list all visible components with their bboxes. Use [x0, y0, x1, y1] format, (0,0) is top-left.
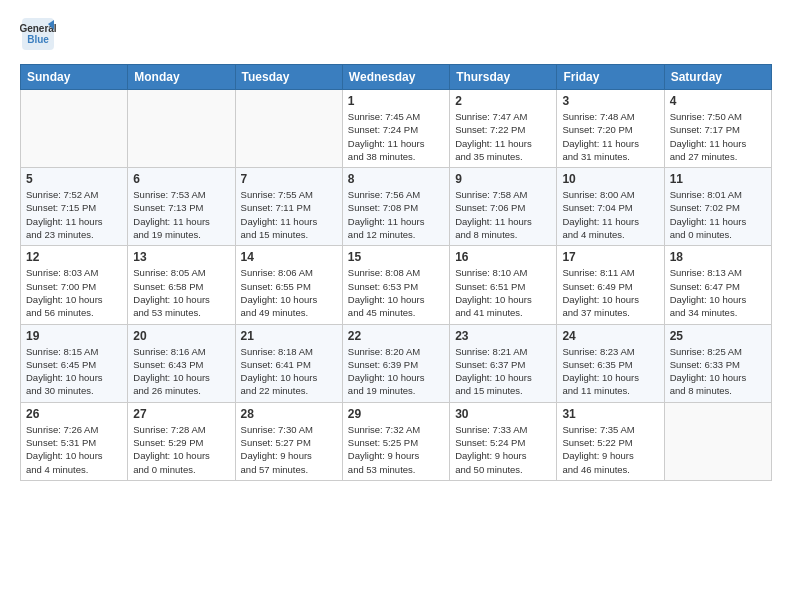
day-info: Sunrise: 8:20 AM Sunset: 6:39 PM Dayligh… — [348, 345, 444, 398]
day-info: Sunrise: 7:45 AM Sunset: 7:24 PM Dayligh… — [348, 110, 444, 163]
weekday-header-saturday: Saturday — [664, 65, 771, 90]
calendar-cell: 13Sunrise: 8:05 AM Sunset: 6:58 PM Dayli… — [128, 246, 235, 324]
day-number: 19 — [26, 329, 122, 343]
calendar-cell: 31Sunrise: 7:35 AM Sunset: 5:22 PM Dayli… — [557, 402, 664, 480]
day-info: Sunrise: 8:08 AM Sunset: 6:53 PM Dayligh… — [348, 266, 444, 319]
logo: General Blue — [20, 16, 56, 56]
day-info: Sunrise: 7:53 AM Sunset: 7:13 PM Dayligh… — [133, 188, 229, 241]
calendar-week-row: 26Sunrise: 7:26 AM Sunset: 5:31 PM Dayli… — [21, 402, 772, 480]
day-number: 20 — [133, 329, 229, 343]
day-info: Sunrise: 7:33 AM Sunset: 5:24 PM Dayligh… — [455, 423, 551, 476]
day-number: 12 — [26, 250, 122, 264]
day-number: 11 — [670, 172, 766, 186]
calendar-cell: 20Sunrise: 8:16 AM Sunset: 6:43 PM Dayli… — [128, 324, 235, 402]
day-info: Sunrise: 7:55 AM Sunset: 7:11 PM Dayligh… — [241, 188, 337, 241]
day-info: Sunrise: 7:35 AM Sunset: 5:22 PM Dayligh… — [562, 423, 658, 476]
day-number: 4 — [670, 94, 766, 108]
day-number: 21 — [241, 329, 337, 343]
calendar-cell: 27Sunrise: 7:28 AM Sunset: 5:29 PM Dayli… — [128, 402, 235, 480]
day-info: Sunrise: 8:11 AM Sunset: 6:49 PM Dayligh… — [562, 266, 658, 319]
calendar-cell: 28Sunrise: 7:30 AM Sunset: 5:27 PM Dayli… — [235, 402, 342, 480]
day-number: 27 — [133, 407, 229, 421]
day-info: Sunrise: 7:50 AM Sunset: 7:17 PM Dayligh… — [670, 110, 766, 163]
calendar-cell — [128, 90, 235, 168]
day-info: Sunrise: 7:28 AM Sunset: 5:29 PM Dayligh… — [133, 423, 229, 476]
day-info: Sunrise: 7:48 AM Sunset: 7:20 PM Dayligh… — [562, 110, 658, 163]
day-number: 3 — [562, 94, 658, 108]
calendar-week-row: 5Sunrise: 7:52 AM Sunset: 7:15 PM Daylig… — [21, 168, 772, 246]
header: General Blue — [20, 16, 772, 56]
day-number: 30 — [455, 407, 551, 421]
calendar-cell: 10Sunrise: 8:00 AM Sunset: 7:04 PM Dayli… — [557, 168, 664, 246]
day-info: Sunrise: 8:10 AM Sunset: 6:51 PM Dayligh… — [455, 266, 551, 319]
day-info: Sunrise: 8:23 AM Sunset: 6:35 PM Dayligh… — [562, 345, 658, 398]
calendar-cell — [664, 402, 771, 480]
calendar-cell: 26Sunrise: 7:26 AM Sunset: 5:31 PM Dayli… — [21, 402, 128, 480]
calendar-cell: 2Sunrise: 7:47 AM Sunset: 7:22 PM Daylig… — [450, 90, 557, 168]
calendar-cell — [21, 90, 128, 168]
day-number: 7 — [241, 172, 337, 186]
calendar-cell: 11Sunrise: 8:01 AM Sunset: 7:02 PM Dayli… — [664, 168, 771, 246]
day-info: Sunrise: 8:03 AM Sunset: 7:00 PM Dayligh… — [26, 266, 122, 319]
day-number: 5 — [26, 172, 122, 186]
day-number: 6 — [133, 172, 229, 186]
day-number: 1 — [348, 94, 444, 108]
page-container: General Blue SundayMondayTuesdayWednesda… — [0, 0, 792, 491]
calendar-cell: 25Sunrise: 8:25 AM Sunset: 6:33 PM Dayli… — [664, 324, 771, 402]
calendar-cell: 12Sunrise: 8:03 AM Sunset: 7:00 PM Dayli… — [21, 246, 128, 324]
calendar-cell: 8Sunrise: 7:56 AM Sunset: 7:08 PM Daylig… — [342, 168, 449, 246]
calendar-cell: 18Sunrise: 8:13 AM Sunset: 6:47 PM Dayli… — [664, 246, 771, 324]
calendar-cell: 1Sunrise: 7:45 AM Sunset: 7:24 PM Daylig… — [342, 90, 449, 168]
day-number: 24 — [562, 329, 658, 343]
day-number: 17 — [562, 250, 658, 264]
day-info: Sunrise: 7:30 AM Sunset: 5:27 PM Dayligh… — [241, 423, 337, 476]
weekday-header-row: SundayMondayTuesdayWednesdayThursdayFrid… — [21, 65, 772, 90]
day-number: 8 — [348, 172, 444, 186]
calendar-cell: 16Sunrise: 8:10 AM Sunset: 6:51 PM Dayli… — [450, 246, 557, 324]
calendar-cell — [235, 90, 342, 168]
svg-text:Blue: Blue — [27, 34, 49, 45]
day-info: Sunrise: 8:13 AM Sunset: 6:47 PM Dayligh… — [670, 266, 766, 319]
day-number: 2 — [455, 94, 551, 108]
calendar-cell: 6Sunrise: 7:53 AM Sunset: 7:13 PM Daylig… — [128, 168, 235, 246]
day-info: Sunrise: 8:25 AM Sunset: 6:33 PM Dayligh… — [670, 345, 766, 398]
day-number: 28 — [241, 407, 337, 421]
day-number: 16 — [455, 250, 551, 264]
calendar-cell: 4Sunrise: 7:50 AM Sunset: 7:17 PM Daylig… — [664, 90, 771, 168]
day-number: 23 — [455, 329, 551, 343]
day-info: Sunrise: 8:16 AM Sunset: 6:43 PM Dayligh… — [133, 345, 229, 398]
day-number: 9 — [455, 172, 551, 186]
day-info: Sunrise: 8:06 AM Sunset: 6:55 PM Dayligh… — [241, 266, 337, 319]
calendar-cell: 30Sunrise: 7:33 AM Sunset: 5:24 PM Dayli… — [450, 402, 557, 480]
calendar-cell: 15Sunrise: 8:08 AM Sunset: 6:53 PM Dayli… — [342, 246, 449, 324]
calendar-week-row: 1Sunrise: 7:45 AM Sunset: 7:24 PM Daylig… — [21, 90, 772, 168]
calendar-cell: 9Sunrise: 7:58 AM Sunset: 7:06 PM Daylig… — [450, 168, 557, 246]
day-number: 29 — [348, 407, 444, 421]
day-number: 13 — [133, 250, 229, 264]
calendar-cell: 24Sunrise: 8:23 AM Sunset: 6:35 PM Dayli… — [557, 324, 664, 402]
day-info: Sunrise: 8:18 AM Sunset: 6:41 PM Dayligh… — [241, 345, 337, 398]
weekday-header-tuesday: Tuesday — [235, 65, 342, 90]
weekday-header-sunday: Sunday — [21, 65, 128, 90]
day-info: Sunrise: 8:21 AM Sunset: 6:37 PM Dayligh… — [455, 345, 551, 398]
day-info: Sunrise: 7:58 AM Sunset: 7:06 PM Dayligh… — [455, 188, 551, 241]
weekday-header-wednesday: Wednesday — [342, 65, 449, 90]
calendar-cell: 29Sunrise: 7:32 AM Sunset: 5:25 PM Dayli… — [342, 402, 449, 480]
day-number: 26 — [26, 407, 122, 421]
day-info: Sunrise: 8:15 AM Sunset: 6:45 PM Dayligh… — [26, 345, 122, 398]
day-info: Sunrise: 8:01 AM Sunset: 7:02 PM Dayligh… — [670, 188, 766, 241]
calendar-cell: 5Sunrise: 7:52 AM Sunset: 7:15 PM Daylig… — [21, 168, 128, 246]
calendar-cell: 7Sunrise: 7:55 AM Sunset: 7:11 PM Daylig… — [235, 168, 342, 246]
day-number: 10 — [562, 172, 658, 186]
calendar-cell: 21Sunrise: 8:18 AM Sunset: 6:41 PM Dayli… — [235, 324, 342, 402]
day-info: Sunrise: 7:26 AM Sunset: 5:31 PM Dayligh… — [26, 423, 122, 476]
logo-icon: General Blue — [20, 16, 56, 52]
calendar-cell: 22Sunrise: 8:20 AM Sunset: 6:39 PM Dayli… — [342, 324, 449, 402]
weekday-header-thursday: Thursday — [450, 65, 557, 90]
day-number: 15 — [348, 250, 444, 264]
day-info: Sunrise: 7:32 AM Sunset: 5:25 PM Dayligh… — [348, 423, 444, 476]
day-info: Sunrise: 7:52 AM Sunset: 7:15 PM Dayligh… — [26, 188, 122, 241]
calendar-cell: 3Sunrise: 7:48 AM Sunset: 7:20 PM Daylig… — [557, 90, 664, 168]
calendar-table: SundayMondayTuesdayWednesdayThursdayFrid… — [20, 64, 772, 481]
calendar-week-row: 19Sunrise: 8:15 AM Sunset: 6:45 PM Dayli… — [21, 324, 772, 402]
